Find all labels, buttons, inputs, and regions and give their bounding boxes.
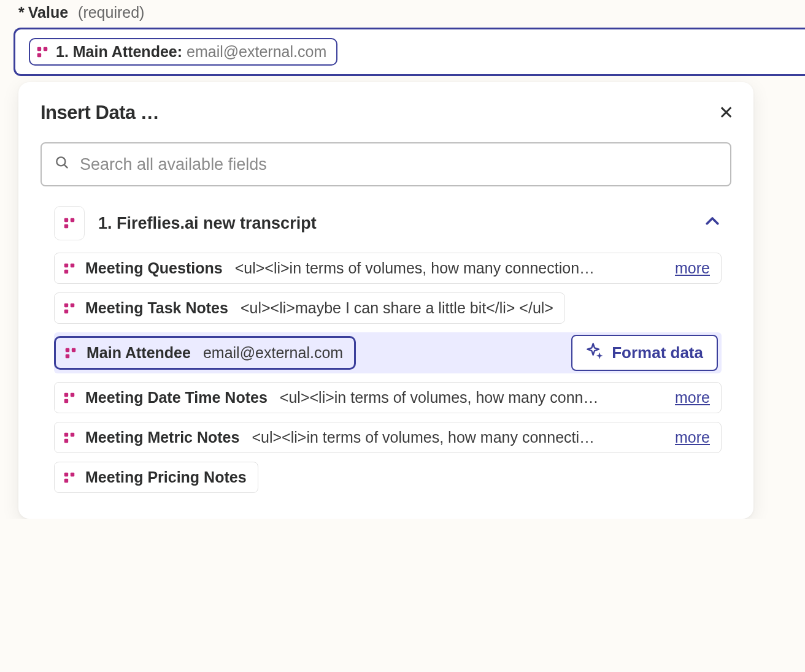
field-chip-meeting-pricing-notes[interactable]: Meeting Pricing Notes (54, 462, 258, 493)
pill-value: email@external.com (187, 43, 326, 60)
close-icon[interactable]: ✕ (718, 104, 734, 122)
search-input[interactable] (80, 155, 718, 174)
field-name: Meeting Questions (85, 259, 223, 277)
format-data-label: Format data (612, 343, 703, 362)
svg-rect-24 (64, 478, 68, 482)
svg-rect-10 (71, 263, 74, 267)
value-input-box[interactable]: 1. Main Attendee: email@external.com (13, 28, 805, 76)
required-asterisk: * (18, 4, 25, 21)
svg-rect-6 (64, 224, 68, 228)
svg-rect-22 (71, 432, 74, 436)
svg-rect-9 (64, 269, 68, 273)
search-box[interactable] (40, 142, 731, 186)
selected-row: Main Attendee email@external.com Format … (54, 332, 722, 373)
field-list: Meeting Questions <ul><li>in terms of vo… (18, 253, 753, 493)
field-name: Meeting Metric Notes (85, 429, 239, 446)
field-chip-meeting-questions[interactable]: Meeting Questions <ul><li>in terms of vo… (54, 253, 722, 284)
svg-rect-1 (37, 53, 41, 56)
search-wrap (18, 142, 753, 200)
fireflies-icon (62, 216, 77, 231)
pill-prefix: 1. Main Attendee: (56, 43, 182, 60)
dropdown-header: Insert Data … ✕ (18, 102, 753, 142)
more-link[interactable]: more (675, 429, 710, 446)
value-field-label-row: * Value (required) (11, 4, 805, 21)
source-title: 1. Fireflies.ai new transcript (98, 214, 317, 233)
pill-text: 1. Main Attendee: email@external.com (56, 43, 326, 61)
svg-rect-2 (44, 47, 47, 50)
source-left: 1. Fireflies.ai new transcript (54, 206, 317, 240)
fireflies-icon (62, 261, 77, 276)
svg-rect-21 (64, 438, 68, 442)
fireflies-icon (62, 391, 77, 405)
field-chip-meeting-metric-notes[interactable]: Meeting Metric Notes <ul><li>in terms of… (54, 422, 722, 453)
svg-rect-5 (64, 218, 68, 222)
svg-point-3 (56, 157, 65, 166)
field-name: Meeting Date Time Notes (85, 389, 268, 407)
svg-rect-12 (64, 309, 68, 313)
more-link[interactable]: more (675, 389, 710, 407)
search-icon (54, 155, 70, 174)
chevron-up-icon[interactable] (703, 212, 722, 234)
field-name: Meeting Task Notes (85, 299, 228, 317)
dropdown-title: Insert Data … (40, 102, 159, 124)
more-link[interactable]: more (675, 259, 710, 277)
field-row: Meeting Metric Notes <ul><li>in terms of… (54, 422, 722, 453)
field-chip-main-attendee[interactable]: Main Attendee email@external.com (54, 336, 356, 370)
field-preview: <ul><li>in terms of volumes, how many co… (280, 389, 655, 407)
svg-rect-25 (71, 472, 74, 476)
fireflies-icon (62, 470, 77, 485)
fireflies-icon (62, 430, 77, 445)
svg-rect-13 (71, 303, 74, 307)
source-icon-box (54, 206, 85, 240)
field-row: Meeting Date Time Notes <ul><li>in terms… (54, 382, 722, 413)
source-header[interactable]: 1. Fireflies.ai new transcript (18, 200, 753, 253)
fireflies-icon (62, 301, 77, 316)
svg-rect-7 (71, 218, 74, 222)
svg-rect-8 (64, 263, 68, 267)
insert-data-dropdown: Insert Data … ✕ 1. Fireflies.ai new tran… (18, 82, 753, 519)
svg-rect-20 (64, 432, 68, 436)
svg-line-4 (64, 164, 67, 168)
field-preview: email@external.com (203, 344, 343, 362)
field-label: Value (28, 4, 68, 21)
field-row: Meeting Questions <ul><li>in terms of vo… (54, 253, 722, 284)
format-data-button[interactable]: Format data (571, 335, 718, 371)
svg-rect-14 (66, 348, 69, 351)
fireflies-icon (35, 45, 50, 59)
svg-rect-19 (71, 392, 74, 396)
fireflies-icon (63, 346, 78, 361)
svg-rect-17 (64, 392, 68, 396)
field-name: Meeting Pricing Notes (85, 468, 247, 486)
sparkle-icon (586, 342, 603, 364)
field-row: Meeting Task Notes <ul><li>maybe I can s… (54, 292, 722, 324)
field-preview: <ul><li>in terms of volumes, how many co… (252, 429, 655, 446)
field-name: Main Attendee (87, 344, 191, 362)
field-row: Meeting Pricing Notes (54, 462, 722, 493)
svg-rect-18 (64, 399, 68, 402)
field-chip-meeting-date-time-notes[interactable]: Meeting Date Time Notes <ul><li>in terms… (54, 382, 722, 413)
value-pill[interactable]: 1. Main Attendee: email@external.com (29, 38, 337, 66)
svg-rect-23 (64, 472, 68, 476)
field-preview: <ul><li>in terms of volumes, how many co… (235, 259, 655, 277)
svg-rect-15 (66, 354, 69, 357)
field-row-selected: Main Attendee email@external.com Format … (54, 332, 722, 373)
svg-rect-11 (64, 303, 68, 307)
field-preview: <ul><li>maybe I can share a little bit</… (241, 299, 553, 317)
svg-rect-16 (72, 348, 75, 351)
svg-rect-0 (37, 47, 41, 50)
required-hint: (required) (78, 4, 144, 21)
field-chip-meeting-task-notes[interactable]: Meeting Task Notes <ul><li>maybe I can s… (54, 292, 565, 324)
